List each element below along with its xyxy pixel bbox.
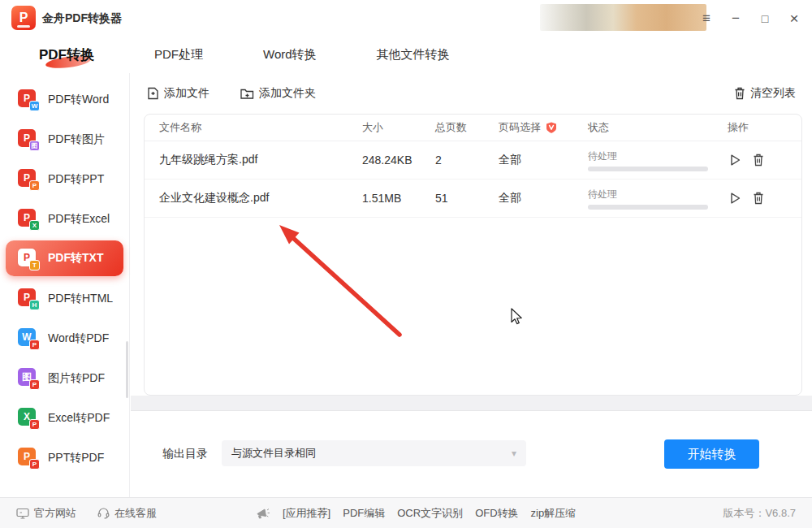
promo-link[interactable]: OFD转换 <box>475 506 518 521</box>
page-select-value[interactable]: 全部 <box>499 153 588 167</box>
file-pages: 2 <box>435 154 499 167</box>
nav-tab[interactable]: PDF转换 <box>39 45 94 64</box>
col-page-select: 页码选择 <box>499 120 588 135</box>
file-table: 文件名称 大小 总页数 页码选择 状态 操作 九年级跳绳方案.pdf 248.2… <box>144 114 802 396</box>
file-convert-icon: P 图 <box>18 129 40 149</box>
sidebar-item-label: PDF转HTML <box>48 292 113 306</box>
main-area: 添加文件 添加文件夹 清空列表 文件名称 大小 总页数 页码选择 <box>131 73 812 497</box>
close-icon[interactable]: × <box>786 11 802 26</box>
promo-bar: [应用推荐] PDF编辑 OCR文字识别 OFD转换 zip解压缩 <box>256 506 576 521</box>
file-convert-icon: P H <box>18 288 40 309</box>
clear-list-button[interactable]: 清空列表 <box>734 86 796 101</box>
file-size: 1.51MB <box>362 192 435 205</box>
progress-bar <box>588 205 708 210</box>
sidebar-item-label: PDF转TXT <box>48 251 103 266</box>
sidebar-item-label: PDF转PPT <box>48 172 104 187</box>
sidebar-item[interactable]: P W PDF转Word <box>0 80 129 119</box>
file-convert-icon: P P <box>18 169 40 189</box>
add-folder-button[interactable]: 添加文件夹 <box>240 86 316 101</box>
file-convert-icon: W P <box>18 328 40 348</box>
status-text: 待处理 <box>588 188 728 201</box>
panel-divider <box>131 396 812 410</box>
sidebar-item-label: Word转PDF <box>48 331 109 346</box>
sidebar-item[interactable]: P P PDF转PPT <box>0 159 129 199</box>
online-service-link[interactable]: 在线客服 <box>97 506 157 521</box>
sidebar-item-label: PDF转Word <box>48 93 109 107</box>
folder-plus-icon <box>240 88 254 100</box>
trash-icon <box>734 87 745 100</box>
file-convert-icon: 图 P <box>18 368 40 388</box>
file-convert-icon: P W <box>18 89 40 110</box>
output-dir-select[interactable]: 与源文件目录相同 ▾ <box>222 440 526 466</box>
sidebar-item[interactable]: P X PDF转Excel <box>0 199 129 239</box>
main-nav: PDF转换 PDF处理 Word转换 其他文件转换 <box>0 37 812 73</box>
app-logo-icon: P <box>11 6 36 30</box>
file-convert-icon: P T <box>18 249 40 269</box>
output-panel: 输出目录 与源文件目录相同 ▾ 开始转换 <box>131 410 812 497</box>
headset-icon <box>97 507 110 519</box>
file-plus-icon <box>147 87 159 100</box>
promo-link[interactable]: OCR文字识别 <box>397 506 463 521</box>
sidebar-scrollbar[interactable] <box>126 341 128 398</box>
file-convert-icon: P X <box>18 209 40 229</box>
sidebar-item[interactable]: X P Excel转PDF <box>0 398 129 438</box>
nav-tab[interactable]: 其他文件转换 <box>377 47 450 63</box>
nav-tab[interactable]: Word转换 <box>263 47 317 63</box>
sidebar-item-label: PPT转PDF <box>48 451 104 465</box>
file-name: 企业文化建设概念.pdf <box>159 191 362 206</box>
promo-link[interactable]: [应用推荐] <box>283 506 330 521</box>
delete-row-button[interactable] <box>753 154 764 167</box>
start-convert-button[interactable]: 开始转换 <box>664 439 759 469</box>
promo-banner[interactable] <box>540 4 706 31</box>
file-size: 248.24KB <box>362 154 435 167</box>
start-row-button[interactable] <box>729 192 741 205</box>
add-file-button[interactable]: 添加文件 <box>147 86 209 101</box>
table-row[interactable]: 企业文化建设概念.pdf 1.51MB 51 全部 待处理 <box>145 180 801 218</box>
app-title: 金舟PDF转换器 <box>42 11 122 26</box>
sidebar-item[interactable]: P H PDF转HTML <box>0 279 129 318</box>
sidebar-item[interactable]: W P Word转PDF <box>0 318 129 358</box>
official-site-link[interactable]: 官方网站 <box>16 506 76 521</box>
chevron-down-icon: ▾ <box>512 448 516 459</box>
maximize-icon[interactable]: □ <box>757 13 773 24</box>
title-bar: P 金舟PDF转换器 ≡ − □ × <box>0 0 812 37</box>
play-icon <box>729 154 741 167</box>
play-icon <box>729 192 741 205</box>
sidebar-item[interactable]: P 图 PDF转图片 <box>0 119 129 159</box>
sidebar-item-label: PDF转Excel <box>48 212 110 227</box>
menu-icon[interactable]: ≡ <box>698 11 715 25</box>
row-actions <box>728 154 801 167</box>
col-actions: 操作 <box>728 120 801 135</box>
promo-link[interactable]: zip解压缩 <box>531 506 577 521</box>
file-pages: 51 <box>435 192 499 205</box>
version-label: 版本号：V6.8.7 <box>723 506 796 521</box>
sidebar-item[interactable]: 图 P 图片转PDF <box>0 358 129 398</box>
start-row-button[interactable] <box>729 154 741 167</box>
promo-link[interactable]: PDF编辑 <box>343 506 385 521</box>
sidebar-item[interactable]: P P PPT转PDF <box>0 438 129 478</box>
file-convert-icon: X P <box>18 408 40 428</box>
col-file-name: 文件名称 <box>159 120 362 135</box>
delete-row-button[interactable] <box>753 192 764 205</box>
table-header: 文件名称 大小 总页数 页码选择 状态 操作 <box>145 115 801 141</box>
col-pages: 总页数 <box>435 120 499 135</box>
vip-badge-icon <box>545 121 558 134</box>
status-text: 待处理 <box>588 149 728 163</box>
minimize-icon[interactable]: − <box>728 11 744 25</box>
page-select-value[interactable]: 全部 <box>499 191 588 206</box>
toolbar: 添加文件 添加文件夹 清空列表 <box>147 78 796 109</box>
nav-tab[interactable]: PDF处理 <box>154 47 203 63</box>
window-controls: ≡ − □ × <box>698 0 802 37</box>
table-row[interactable]: 九年级跳绳方案.pdf 248.24KB 2 全部 待处理 <box>145 141 801 180</box>
sidebar-item[interactable]: P T PDF转TXT <box>6 240 123 276</box>
status-cell: 待处理 <box>588 188 728 210</box>
trash-icon <box>753 192 764 205</box>
col-size: 大小 <box>362 120 435 135</box>
row-actions <box>728 192 801 205</box>
output-dir-label: 输出目录 <box>162 447 208 461</box>
output-dir-value: 与源文件目录相同 <box>231 446 316 461</box>
sidebar: P W PDF转Word P 图 PDF转图片 P P PDF转PPT P X <box>0 73 130 497</box>
footer: 官方网站 在线客服 [应用推荐] PDF编辑 OCR文字识别 OFD转换 zip… <box>0 497 812 528</box>
sidebar-item-label: Excel转PDF <box>48 411 110 426</box>
sidebar-item-label: PDF转图片 <box>48 132 105 147</box>
